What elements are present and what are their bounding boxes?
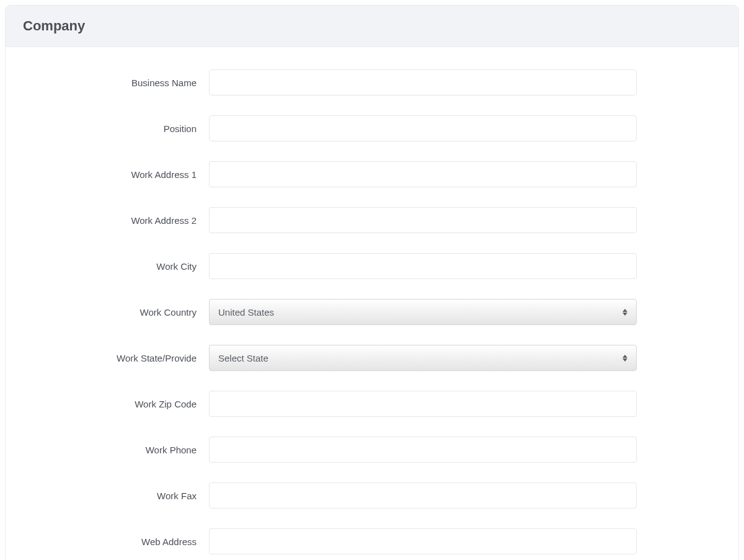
control-web-address: [209, 528, 637, 554]
select-updown-icon: [622, 355, 627, 362]
label-position: Position: [23, 123, 209, 134]
label-work-fax: Work Fax: [23, 491, 209, 501]
card-title: Company: [23, 18, 721, 34]
work-state-select[interactable]: Select State: [209, 345, 637, 371]
web-address-input[interactable]: [209, 528, 637, 554]
row-work-country: Work Country United States: [23, 289, 721, 335]
work-address-2-input[interactable]: [209, 207, 637, 233]
company-card: Company Business Name Position Work Addr…: [5, 5, 739, 560]
row-work-address-2: Work Address 2: [23, 197, 721, 243]
row-work-city: Work City: [23, 243, 721, 289]
control-work-city: [209, 253, 637, 279]
control-work-address-1: [209, 161, 637, 187]
label-work-city: Work City: [23, 261, 209, 272]
control-work-phone: [209, 437, 637, 463]
business-name-input[interactable]: [209, 69, 637, 96]
control-work-state: Select State: [209, 345, 637, 371]
label-work-phone: Work Phone: [23, 445, 209, 455]
card-body: Business Name Position Work Address 1 Wo…: [6, 47, 738, 560]
label-web-address: Web Address: [23, 536, 209, 547]
label-business-name: Business Name: [23, 78, 209, 88]
work-zip-input[interactable]: [209, 391, 637, 417]
work-state-selected: Select State: [218, 353, 622, 363]
control-work-zip: [209, 391, 637, 417]
label-work-state: Work State/Provide: [23, 353, 209, 363]
position-input[interactable]: [209, 115, 637, 141]
work-city-input[interactable]: [209, 253, 637, 279]
row-work-phone: Work Phone: [23, 427, 721, 473]
card-header: Company: [6, 6, 738, 47]
label-work-address-2: Work Address 2: [23, 215, 209, 226]
label-work-country: Work Country: [23, 307, 209, 318]
row-position: Position: [23, 105, 721, 151]
control-business-name: [209, 69, 637, 96]
row-web-address: Web Address: [23, 518, 721, 560]
row-work-state: Work State/Provide Select State: [23, 335, 721, 381]
control-position: [209, 115, 637, 141]
row-work-fax: Work Fax: [23, 473, 721, 518]
control-work-address-2: [209, 207, 637, 233]
row-business-name: Business Name: [23, 60, 721, 105]
work-address-1-input[interactable]: [209, 161, 637, 187]
work-country-select[interactable]: United States: [209, 299, 637, 325]
work-country-selected: United States: [218, 307, 622, 318]
work-phone-input[interactable]: [209, 437, 637, 463]
control-work-fax: [209, 482, 637, 509]
control-work-country: United States: [209, 299, 637, 325]
label-work-address-1: Work Address 1: [23, 169, 209, 180]
row-work-address-1: Work Address 1: [23, 151, 721, 197]
work-fax-input[interactable]: [209, 482, 637, 509]
select-updown-icon: [622, 309, 627, 316]
label-work-zip: Work Zip Code: [23, 399, 209, 409]
row-work-zip: Work Zip Code: [23, 381, 721, 427]
